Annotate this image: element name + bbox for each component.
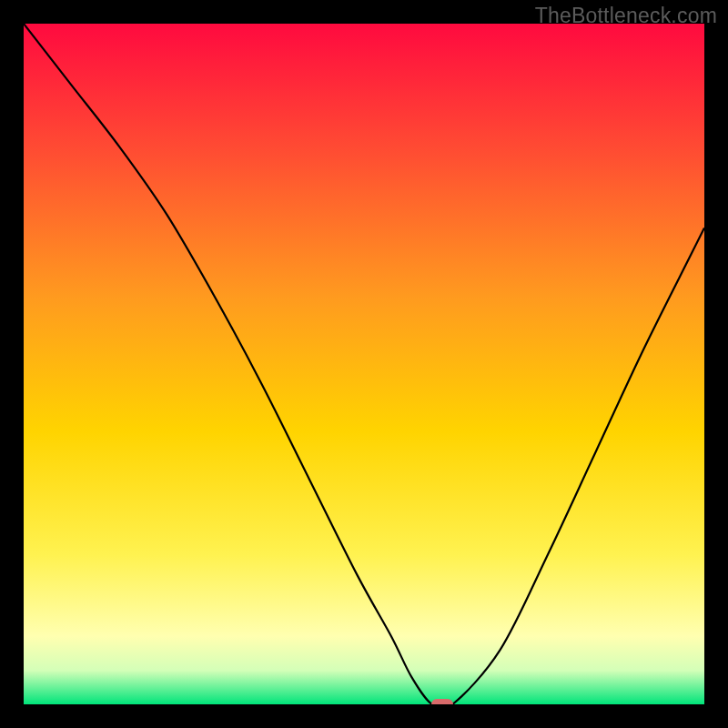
chart-frame: TheBottleneck.com [0, 0, 728, 728]
curve-minimum-marker [431, 699, 453, 704]
chart-background-gradient [24, 24, 704, 704]
watermark-text: TheBottleneck.com [535, 4, 717, 28]
svg-rect-0 [24, 24, 704, 704]
chart-plot-area [24, 24, 704, 704]
